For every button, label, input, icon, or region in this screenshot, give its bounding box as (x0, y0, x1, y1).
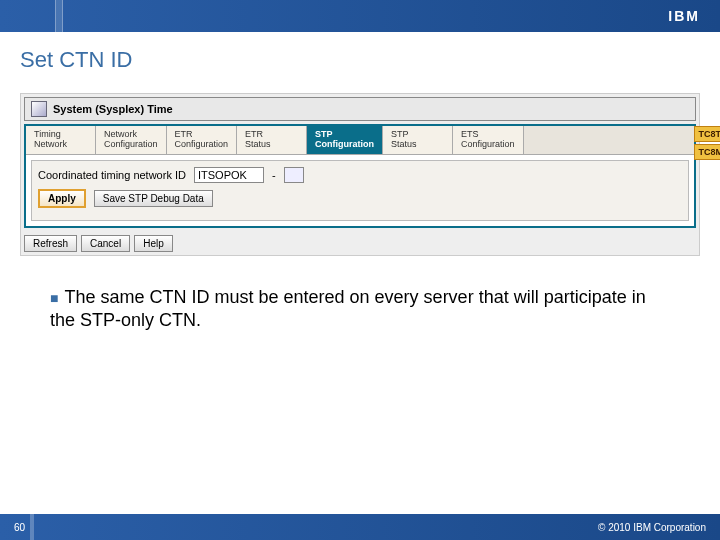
screenshot-panel: System (Sysplex) Time TimingNetwork Netw… (20, 93, 700, 256)
side-tabs: TC8T TC8M (694, 126, 721, 160)
clock-icon (31, 101, 47, 117)
tab-timing-network[interactable]: TimingNetwork (26, 126, 96, 154)
side-tab-tc8m[interactable]: TC8M (694, 144, 721, 160)
apply-button[interactable]: Apply (38, 189, 86, 208)
footer-accent (30, 514, 34, 540)
ctn-id-row: Coordinated timing network ID - (38, 167, 682, 183)
ctn-id-suffix-box[interactable] (284, 167, 304, 183)
banner-accent (55, 0, 63, 32)
config-body: TimingNetwork NetworkConfiguration ETRCo… (24, 124, 696, 228)
refresh-button[interactable]: Refresh (24, 235, 77, 252)
form-area: Coordinated timing network ID - Apply Sa… (31, 160, 689, 221)
form-buttons-row: Apply Save STP Debug Data (38, 189, 682, 208)
tab-network-configuration[interactable]: NetworkConfiguration (96, 126, 167, 154)
bullet-content: The same CTN ID must be entered on every… (50, 287, 646, 330)
panel-bottom-buttons: Refresh Cancel Help (21, 231, 699, 255)
slide-bullet: ■The same CTN ID must be entered on ever… (0, 256, 720, 333)
ctn-id-input[interactable] (194, 167, 264, 183)
ctn-id-label: Coordinated timing network ID (38, 169, 186, 181)
tabs-row: TimingNetwork NetworkConfiguration ETRCo… (26, 126, 694, 155)
footer: 60 © 2010 IBM Corporation (0, 514, 720, 540)
slide-title: Set CTN ID (0, 32, 720, 93)
tab-etr-configuration[interactable]: ETRConfiguration (167, 126, 238, 154)
side-tab-tc8t[interactable]: TC8T (694, 126, 721, 142)
tab-stp-status[interactable]: STPStatus (383, 126, 453, 154)
tab-etr-status[interactable]: ETRStatus (237, 126, 307, 154)
panel-title: System (Sysplex) Time (53, 103, 173, 115)
tab-ets-configuration[interactable]: ETSConfiguration (453, 126, 524, 154)
bullet-icon: ■ (50, 290, 58, 306)
header-banner: IBM (0, 0, 720, 32)
tab-stp-configuration[interactable]: STPConfiguration (307, 126, 383, 154)
cancel-button[interactable]: Cancel (81, 235, 130, 252)
page-number: 60 (14, 522, 25, 533)
separator-dash: - (272, 169, 276, 181)
ibm-logo: IBM (668, 8, 700, 24)
help-button[interactable]: Help (134, 235, 173, 252)
save-debug-button[interactable]: Save STP Debug Data (94, 190, 213, 207)
copyright: © 2010 IBM Corporation (598, 522, 706, 533)
panel-titlebar: System (Sysplex) Time (24, 97, 696, 121)
